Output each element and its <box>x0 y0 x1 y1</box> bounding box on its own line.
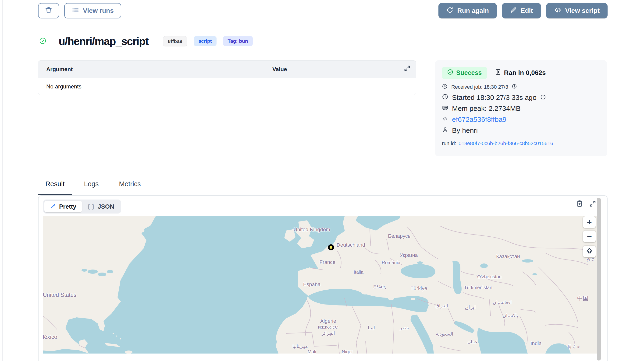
map-country-label: Mali <box>308 349 316 354</box>
map-marker[interactable] <box>328 244 334 250</box>
reset-north-button[interactable] <box>583 246 596 257</box>
status-badge: Success <box>442 67 487 79</box>
view-runs-button[interactable]: View runs <box>64 3 121 18</box>
expand-icon[interactable] <box>404 65 411 73</box>
map-country-label: Україна <box>400 252 418 258</box>
map-country-label: မြန်မာ <box>567 345 580 350</box>
script-hash-link[interactable]: ef672a536f8ffba9 <box>452 115 506 123</box>
map-country-label: Қазақстан <box>496 253 520 260</box>
pencil-icon <box>510 6 517 15</box>
tab-result-label: Result <box>45 180 64 188</box>
run-id-label: run id: <box>442 140 456 147</box>
clock-icon <box>442 94 448 101</box>
map-country-label: ایران <box>465 304 476 310</box>
map-controls: + − <box>583 216 596 257</box>
memory-icon <box>442 104 448 112</box>
list-icon <box>72 6 79 15</box>
status-row: Success Ran in 0,062s <box>442 67 600 79</box>
title-row: u/henri/map_script 8ffba9 script Tag: bu… <box>39 35 253 48</box>
mem-peak-label: Mem peak: 2.2734MB <box>452 104 520 112</box>
column-argument: Argument <box>46 66 73 72</box>
map-country-label: ليبيا <box>368 325 375 331</box>
author-label: By henri <box>452 126 478 134</box>
result-view-toggle: Pretty { } JSON <box>43 200 121 214</box>
north-arrow-icon <box>585 247 593 257</box>
run-info-card: Success Ran in 0,062s Received job: 18:3… <box>435 60 607 156</box>
run-page: View runs Run again Edit View script <box>0 0 644 361</box>
result-card: Pretty { } JSON <box>38 195 608 361</box>
map-country-label: Italia <box>354 270 364 275</box>
tab-metrics-label: Metrics <box>119 180 140 188</box>
clock-icon <box>442 83 448 90</box>
toolbar-right: Run again Edit View script <box>438 3 608 18</box>
map-country-label: España <box>303 281 321 288</box>
tag-badge: Tag: bun <box>223 36 253 46</box>
hash-badge: 8ffba9 <box>163 36 187 46</box>
tab-logs-label: Logs <box>84 180 99 188</box>
json-label: JSON <box>98 203 114 210</box>
hourglass-icon <box>495 69 501 77</box>
author-row: By henri <box>442 126 600 134</box>
tab-metrics[interactable]: Metrics <box>111 180 148 195</box>
badges: 8ffba9 script Tag: bun <box>163 36 253 46</box>
map-country-label: 中国 <box>577 295 588 302</box>
arguments-table-header: Argument Value <box>38 61 416 78</box>
received-row: Received job: 18:30 27/3 <box>442 83 600 90</box>
delete-button[interactable] <box>38 3 59 18</box>
view-script-button[interactable]: View script <box>546 3 608 18</box>
arguments-table: Argument Value No arguments <box>38 60 416 95</box>
result-tabs: Result Logs Metrics <box>38 180 608 195</box>
mem-peak-row: Mem peak: 2.2734MB <box>442 104 600 112</box>
started-label: Started 18:30 27/3 33s ago <box>452 94 536 101</box>
no-arguments-text: No arguments <box>46 83 82 90</box>
started-row: Started 18:30 27/3 33s ago <box>442 94 600 101</box>
info-icon[interactable] <box>540 94 546 101</box>
person-icon <box>442 126 448 134</box>
map-country-label: Türkiye <box>410 285 427 292</box>
map-country-label: Ελλάς <box>373 284 386 290</box>
zoom-in-button[interactable]: + <box>583 216 596 228</box>
map-country-label: مصر <box>400 325 409 331</box>
map-country-label: الجزائر <box>322 331 335 336</box>
map-country-label: موريتانيا <box>292 344 308 349</box>
success-check-icon <box>39 37 46 45</box>
json-toggle[interactable]: { } JSON <box>82 201 120 212</box>
map-country-label: افغانستان <box>493 300 512 305</box>
copy-result-icon[interactable] <box>576 200 583 208</box>
refresh-icon <box>446 6 454 15</box>
braces-icon: { } <box>88 203 95 210</box>
expand-result-icon[interactable] <box>589 200 596 208</box>
pretty-toggle[interactable]: Pretty <box>44 201 82 212</box>
column-value: Value <box>272 66 287 72</box>
run-again-label: Run again <box>457 7 489 14</box>
map-country-label: Беларусь <box>388 233 410 239</box>
toolbar-left: View runs <box>38 3 121 18</box>
map-country-label: العراق <box>436 303 448 309</box>
map-country-label: ⵍⵣⵣⴰⵢⴻⵔ <box>318 325 338 330</box>
code-icon <box>554 6 562 15</box>
map-country-label: پاکستان <box>503 313 518 318</box>
view-runs-label: View runs <box>83 7 114 14</box>
pretty-label: Pretty <box>59 203 76 210</box>
trash-icon <box>44 6 52 16</box>
duration: Ran in 0,062s <box>495 69 546 77</box>
result-scrollbar[interactable] <box>597 198 601 361</box>
result-actions <box>576 200 596 208</box>
zoom-out-button[interactable]: − <box>583 231 596 242</box>
run-again-button[interactable]: Run again <box>438 3 496 18</box>
edit-button[interactable]: Edit <box>502 3 541 18</box>
duration-label: Ran in 0,062s <box>504 69 546 76</box>
run-id-link[interactable]: 018e80f7-0c6b-b26b-f366-c8b52c015616 <box>458 140 553 147</box>
check-circle-icon <box>447 69 454 77</box>
code-icon <box>442 115 448 123</box>
tab-logs[interactable]: Logs <box>76 180 106 195</box>
sidebar-edge <box>2 0 2 361</box>
result-map[interactable]: United StatesMéxicoUnited KingdomБеларус… <box>43 216 598 354</box>
info-icon[interactable] <box>512 84 517 90</box>
toolbar: View runs Run again Edit View script <box>38 3 608 18</box>
map-country-label: عمان <box>468 339 478 345</box>
map-country-label: Niger <box>342 349 353 354</box>
map-country-label: France <box>320 259 336 265</box>
tab-result[interactable]: Result <box>38 180 72 195</box>
kind-badge: script <box>194 36 216 46</box>
